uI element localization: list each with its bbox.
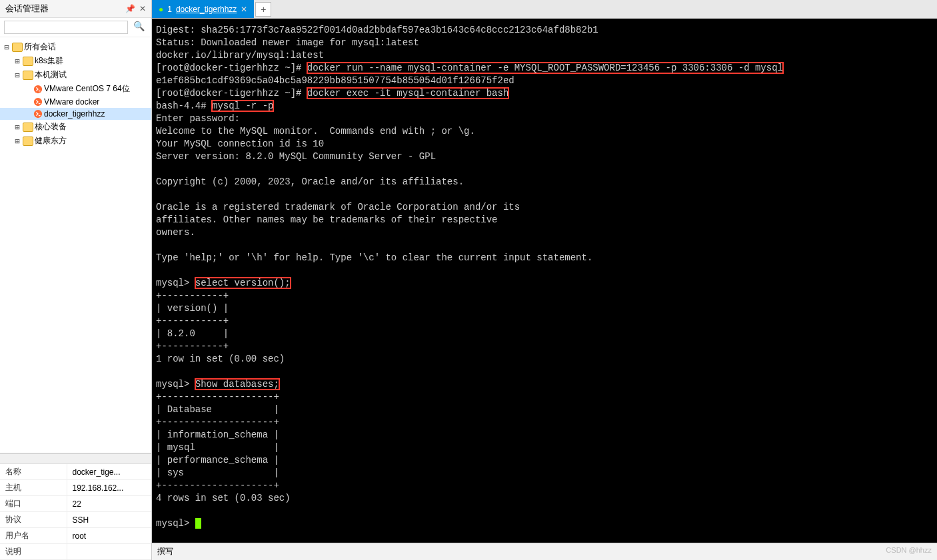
pin-icon[interactable]: 📌 xyxy=(125,4,135,13)
prop-key: 说明 xyxy=(0,544,67,560)
tree-label: docker_tigerhhzz xyxy=(44,109,105,119)
tree-label: 核心装备 xyxy=(35,121,67,133)
prop-row: 端口22 xyxy=(0,496,151,512)
line: | performance_schema | xyxy=(156,455,279,465)
prompt: bash-4.4# xyxy=(156,101,212,111)
cmd-select-version: select version(); xyxy=(195,278,291,288)
tab-status-icon: ● xyxy=(159,5,163,14)
line: Status: Downloaded newer image for mysql… xyxy=(156,37,419,48)
status-bar: 撰写 CSDN @hhzz xyxy=(152,543,937,560)
new-tab-button[interactable]: + xyxy=(255,2,271,17)
line: +-----------+ xyxy=(156,290,229,301)
folder-icon xyxy=(23,123,33,132)
watermark: CSDN @hhzz xyxy=(886,546,932,557)
collapse-icon[interactable]: ⊟ xyxy=(3,43,11,52)
line: 1 row in set (0.00 sec) xyxy=(156,354,285,364)
line: Oracle is a registered trademark of Orac… xyxy=(156,202,520,212)
prop-value: root xyxy=(67,528,151,544)
tree-item-core[interactable]: ⊞ 核心装备 xyxy=(0,120,151,134)
folder-icon xyxy=(23,137,33,146)
prompt: mysql> xyxy=(156,518,195,529)
prop-row: 用户名root xyxy=(0,528,151,544)
terminal-icon xyxy=(33,109,43,119)
sidebar-title: 会话管理器 xyxy=(5,3,125,15)
line: +--------------------+ xyxy=(156,480,279,491)
tree-label: VMware CentOS 7 64位 xyxy=(44,83,130,95)
line: affiliates. Other names may be trademark… xyxy=(156,214,497,225)
tab-active[interactable]: ● 1 docker_tigerhhzz ✕ xyxy=(152,0,254,18)
sidebar-header: 会话管理器 📌 ✕ xyxy=(0,0,151,18)
prop-row: 名称docker_tige... xyxy=(0,464,151,480)
tree-item-centos[interactable]: VMware CentOS 7 64位 xyxy=(0,82,151,96)
prop-key: 主机 xyxy=(0,480,67,496)
folder-icon xyxy=(12,43,23,52)
prop-key: 端口 xyxy=(0,496,67,512)
tab-title: docker_tigerhhzz xyxy=(176,5,237,14)
tree-item-docker[interactable]: VMware docker xyxy=(0,96,151,108)
line: Welcome to the MySQL monitor. Commands e… xyxy=(156,126,475,137)
prompt: [root@docker-tigerhhzz ~]# xyxy=(156,88,307,99)
prop-value: 192.168.162... xyxy=(67,480,151,496)
properties-table: 名称docker_tige... 主机192.168.162... 端口22 协… xyxy=(0,464,151,560)
prop-row: 协议SSH xyxy=(0,512,151,528)
line: +-----------+ xyxy=(156,316,229,326)
line: | 8.2.0 | xyxy=(156,328,229,339)
tab-bar: ● 1 docker_tigerhhzz ✕ + xyxy=(152,0,937,19)
prop-value: 22 xyxy=(67,496,151,512)
prompt: mysql> xyxy=(156,379,195,390)
prop-value: SSH xyxy=(67,512,151,528)
tab-close-icon[interactable]: ✕ xyxy=(241,5,247,14)
close-icon[interactable]: ✕ xyxy=(139,4,146,13)
prop-key: 用户名 xyxy=(0,528,67,544)
line: +-----------+ xyxy=(156,341,229,352)
status-left[interactable]: 撰写 xyxy=(157,546,173,557)
folder-icon xyxy=(23,57,33,66)
properties-panel: 名称docker_tige... 主机192.168.162... 端口22 协… xyxy=(0,453,151,560)
cursor xyxy=(195,518,201,529)
line: e1ef685bc1cdf9369c5a04bc5a98229bb8951507… xyxy=(156,75,514,86)
prop-row: 说明 xyxy=(0,544,151,560)
line: | sys | xyxy=(156,467,279,478)
prop-key: 协议 xyxy=(0,512,67,528)
search-icon[interactable]: 🔍 xyxy=(131,21,147,34)
line: Type 'help;' or '\h' for help. Type '\c'… xyxy=(156,252,592,263)
search-input[interactable] xyxy=(4,21,128,34)
prop-row: 主机192.168.162... xyxy=(0,480,151,496)
search-row: 🔍 xyxy=(0,18,151,37)
terminal-icon xyxy=(33,97,43,107)
line: | version() | xyxy=(156,303,229,314)
line: Your MySQL connection id is 10 xyxy=(156,139,324,149)
sidebar: 会话管理器 📌 ✕ 🔍 ⊟ 所有会话 ⊞ k8s集群 ⊟ 本机测试 VMware… xyxy=(0,0,152,560)
expand-icon[interactable]: ⊞ xyxy=(13,123,21,132)
prop-value: docker_tige... xyxy=(67,464,151,480)
tree-label: k8s集群 xyxy=(35,55,63,67)
tree-label: 本机测试 xyxy=(35,69,67,81)
tree-item-k8s[interactable]: ⊞ k8s集群 xyxy=(0,54,151,68)
tree-item-health[interactable]: ⊞ 健康东方 xyxy=(0,134,151,148)
prompt: [root@docker-tigerhhzz ~]# xyxy=(156,63,307,73)
tree-item-local[interactable]: ⊟ 本机测试 xyxy=(0,68,151,82)
session-tree: ⊟ 所有会话 ⊞ k8s集群 ⊟ 本机测试 VMware CentOS 7 64… xyxy=(0,37,151,453)
prompt: mysql> xyxy=(156,278,195,288)
folder-icon xyxy=(23,71,33,80)
prop-key: 名称 xyxy=(0,464,67,480)
tree-item-tigerhhzz[interactable]: docker_tigerhhzz xyxy=(0,108,151,120)
prop-value xyxy=(67,544,151,560)
line: +--------------------+ xyxy=(156,417,279,427)
cmd-docker-exec: docker exec -it mysql-container bash xyxy=(307,88,508,99)
line: | information_schema | xyxy=(156,429,279,440)
expand-icon[interactable]: ⊞ xyxy=(13,137,21,146)
line: Digest: sha256:1773f3c7aa9522f0014d0ad2b… xyxy=(156,25,598,35)
line: +--------------------+ xyxy=(156,392,279,402)
cmd-docker-run: docker run --name mysql-container -e MYS… xyxy=(307,63,783,73)
scroll-area[interactable] xyxy=(0,453,151,464)
line: docker.io/library/mysql:latest xyxy=(156,50,324,61)
terminal-output[interactable]: Digest: sha256:1773f3c7aa9522f0014d0ad2b… xyxy=(152,19,937,543)
line: Server version: 8.2.0 MySQL Community Se… xyxy=(156,151,436,162)
collapse-icon[interactable]: ⊟ xyxy=(13,71,21,80)
tab-index: 1 xyxy=(167,5,172,14)
tree-root[interactable]: ⊟ 所有会话 xyxy=(0,40,151,54)
line: | mysql | xyxy=(156,442,279,453)
line: Copyright (c) 2000, 2023, Oracle and/or … xyxy=(156,176,464,187)
expand-icon[interactable]: ⊞ xyxy=(13,57,21,66)
